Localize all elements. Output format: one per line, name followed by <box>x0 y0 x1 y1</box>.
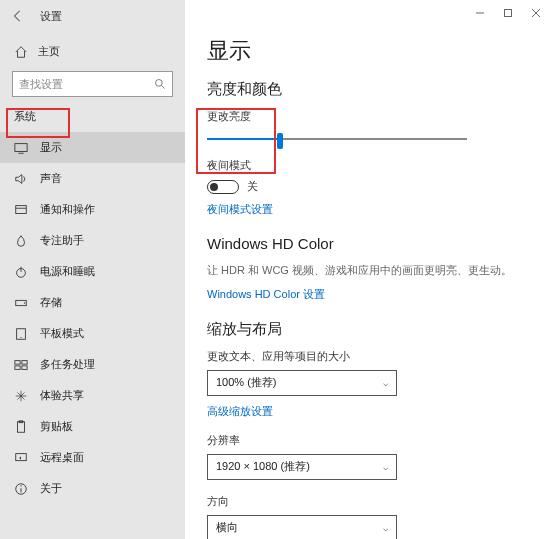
hdcolor-desc: 让 HDR 和 WCG 视频、游戏和应用中的画面更明亮、更生动。 <box>207 262 525 279</box>
scale-heading: 缩放与布局 <box>207 320 525 339</box>
night-mode-toggle[interactable] <box>207 180 239 194</box>
nav-label: 显示 <box>40 140 62 155</box>
sidebar-item-sound[interactable]: 声音 <box>0 163 185 194</box>
svg-point-13 <box>20 336 21 337</box>
resolution-value: 1920 × 1080 (推荐) <box>216 459 310 474</box>
adv-scale-link[interactable]: 高级缩放设置 <box>207 404 273 419</box>
svg-rect-6 <box>16 205 27 213</box>
display-icon <box>14 141 28 155</box>
multitask-icon <box>14 358 28 372</box>
close-button[interactable] <box>529 6 543 20</box>
night-mode-label: 夜间模式 <box>207 158 525 173</box>
sidebar-item-notifications[interactable]: 通知和操作 <box>0 194 185 225</box>
tablet-icon <box>14 327 28 341</box>
sidebar-item-display[interactable]: 显示 <box>0 132 185 163</box>
search-input[interactable]: 查找设置 <box>12 71 173 97</box>
search-placeholder: 查找设置 <box>19 77 63 92</box>
nav-label: 关于 <box>40 481 62 496</box>
notifications-icon <box>14 203 28 217</box>
brightness-label: 更改亮度 <box>207 109 525 124</box>
share-icon <box>14 389 28 403</box>
svg-rect-1 <box>505 10 512 17</box>
orientation-select[interactable]: 横向 ⌵ <box>207 515 397 540</box>
page-title: 显示 <box>207 36 525 66</box>
sidebar-item-multitask[interactable]: 多任务处理 <box>0 349 185 380</box>
focus-icon <box>14 234 28 248</box>
svg-rect-15 <box>22 360 27 364</box>
nav-label: 远程桌面 <box>40 450 84 465</box>
storage-icon <box>14 296 28 310</box>
window-title: 设置 <box>40 9 62 24</box>
scale-value: 100% (推荐) <box>216 375 277 390</box>
sidebar-item-shared[interactable]: 体验共享 <box>0 380 185 411</box>
nav-label: 多任务处理 <box>40 357 95 372</box>
nav-label: 体验共享 <box>40 388 84 403</box>
home-icon <box>14 45 28 59</box>
sidebar-item-tablet[interactable]: 平板模式 <box>0 318 185 349</box>
maximize-button[interactable] <box>501 6 515 20</box>
svg-rect-17 <box>22 365 27 369</box>
svg-rect-18 <box>18 421 25 432</box>
back-button[interactable] <box>8 6 28 26</box>
hdcolor-link[interactable]: Windows HD Color 设置 <box>207 287 325 302</box>
minimize-button[interactable] <box>473 6 487 20</box>
nav-label: 通知和操作 <box>40 202 95 217</box>
section-label: 系统 <box>0 107 185 132</box>
nav-label: 专注助手 <box>40 233 84 248</box>
brightness-heading: 亮度和颜色 <box>207 80 525 99</box>
hdcolor-heading: Windows HD Color <box>207 235 525 252</box>
svg-line-3 <box>162 86 165 89</box>
chevron-down-icon: ⌵ <box>383 378 388 388</box>
svg-rect-16 <box>15 365 20 369</box>
scale-select[interactable]: 100% (推荐) ⌵ <box>207 370 397 396</box>
orientation-label: 方向 <box>207 494 525 509</box>
nav-label: 平板模式 <box>40 326 84 341</box>
home-link[interactable]: 主页 <box>0 38 185 65</box>
sidebar-item-storage[interactable]: 存储 <box>0 287 185 318</box>
about-icon <box>14 482 28 496</box>
nav-label: 声音 <box>40 171 62 186</box>
clipboard-icon <box>14 420 28 434</box>
svg-point-2 <box>156 80 163 87</box>
night-mode-settings-link[interactable]: 夜间模式设置 <box>207 202 273 217</box>
nav-label: 存储 <box>40 295 62 310</box>
sidebar-item-about[interactable]: 关于 <box>0 473 185 504</box>
sidebar-item-power[interactable]: 电源和睡眠 <box>0 256 185 287</box>
resolution-select[interactable]: 1920 × 1080 (推荐) ⌵ <box>207 454 397 480</box>
sound-icon <box>14 172 28 186</box>
scale-text-label: 更改文本、应用等项目的大小 <box>207 349 525 364</box>
sidebar-item-remote[interactable]: 远程桌面 <box>0 442 185 473</box>
content-area: 显示 亮度和颜色 更改亮度 夜间模式 关 夜间模式设置 Windows HD C… <box>185 0 547 539</box>
home-label: 主页 <box>38 44 60 59</box>
nav-label: 电源和睡眠 <box>40 264 95 279</box>
svg-point-11 <box>24 302 25 303</box>
chevron-down-icon: ⌵ <box>383 523 388 533</box>
search-icon <box>154 78 166 90</box>
power-icon <box>14 265 28 279</box>
remote-icon <box>14 451 28 465</box>
resolution-label: 分辨率 <box>207 433 525 448</box>
sidebar-item-clipboard[interactable]: 剪贴板 <box>0 411 185 442</box>
sidebar: 主页 查找设置 系统 显示 声音 通知和操作 专注助手 电源和睡眠 <box>0 0 185 539</box>
sidebar-item-focus[interactable]: 专注助手 <box>0 225 185 256</box>
night-mode-state: 关 <box>247 179 258 194</box>
nav-label: 剪贴板 <box>40 419 73 434</box>
svg-rect-4 <box>15 143 27 151</box>
orientation-value: 横向 <box>216 520 238 535</box>
svg-point-23 <box>20 485 21 486</box>
svg-rect-14 <box>15 360 20 364</box>
chevron-down-icon: ⌵ <box>383 462 388 472</box>
brightness-slider[interactable] <box>207 130 467 148</box>
